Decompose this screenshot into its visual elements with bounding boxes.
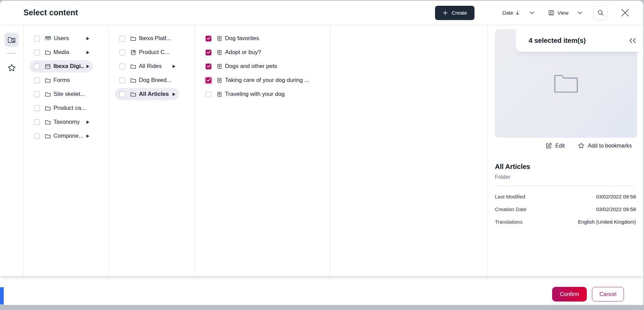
search-icon <box>597 10 604 16</box>
item-label: Dog favorites <box>225 35 259 42</box>
item-checkbox[interactable] <box>34 119 40 125</box>
bookmarks-tab-button[interactable] <box>4 61 19 75</box>
item-checkbox[interactable] <box>34 91 40 97</box>
item-checkbox-checked[interactable] <box>206 36 211 41</box>
tree-item[interactable]: Forms <box>30 74 93 86</box>
selection-summary: 4 selected item(s) <box>516 29 643 52</box>
tree-item[interactable]: Taking care of your dog during ... <box>201 74 323 86</box>
folder-icon <box>45 105 51 111</box>
panel-actions: Edit Add to bookmarks <box>545 142 632 149</box>
tree-item[interactable]: Compone... <box>30 130 93 142</box>
search-button[interactable] <box>593 6 608 20</box>
sort-by-date-dropdown[interactable]: Date <box>502 10 534 16</box>
columns-view-icon <box>548 10 554 16</box>
tree-item[interactable]: Users <box>30 32 93 45</box>
folder-icon <box>130 91 136 98</box>
item-checkbox[interactable] <box>119 36 125 41</box>
tree-item[interactable]: All Articles <box>115 88 179 100</box>
expand-caret-icon[interactable] <box>84 65 90 68</box>
details-panel: 4 selected item(s) Edit <box>488 25 643 276</box>
cancel-button[interactable]: Cancel <box>592 287 624 302</box>
selected-item-title: All Articles <box>495 163 530 171</box>
item-checkbox[interactable] <box>34 36 40 41</box>
item-checkbox-checked[interactable] <box>206 64 211 69</box>
star-icon <box>7 63 16 72</box>
tree-item[interactable]: Taxonomy <box>30 116 93 128</box>
close-icon[interactable] <box>620 7 630 18</box>
article-icon <box>216 35 223 42</box>
item-checkbox-checked[interactable] <box>206 50 211 55</box>
browse-tab-button[interactable] <box>4 33 19 47</box>
folder-preview-icon <box>553 73 579 94</box>
tree-item[interactable]: Dogs and other pets <box>201 60 323 72</box>
item-checkbox[interactable] <box>119 64 125 69</box>
page-title: Select content <box>23 8 78 17</box>
item-checkbox[interactable] <box>34 105 40 111</box>
expand-caret-icon[interactable] <box>84 120 90 124</box>
item-label: Product ca... <box>53 105 86 111</box>
tree-item[interactable]: All Rides <box>115 60 179 72</box>
modal-header: Select content Create Date <box>0 1 643 25</box>
item-label: Traveling with your dog <box>225 91 285 98</box>
item-label: All Rides <box>139 63 162 70</box>
screen: Select content Create Date <box>0 0 644 310</box>
tree-item[interactable]: Dog favorites <box>201 32 323 45</box>
item-checkbox-checked[interactable] <box>206 78 211 83</box>
folder-icon <box>45 133 51 139</box>
item-checkbox[interactable] <box>206 91 211 97</box>
rail-divider <box>7 53 16 54</box>
item-label: All Articles <box>139 91 169 98</box>
tree-column-1: UsersMediaIbexa Digi...FormsSite skelet.… <box>23 25 109 276</box>
item-checkbox[interactable] <box>34 64 40 69</box>
add-to-bookmarks-button[interactable]: Add to bookmarks <box>578 142 632 149</box>
meta-label: Translations <box>495 219 522 225</box>
meta-value: 03/02/2022 09:58 <box>596 206 636 212</box>
view-switcher-dropdown[interactable]: View <box>548 10 582 16</box>
tree-item[interactable]: Traveling with your dog <box>201 88 323 100</box>
item-label: Taking care of your dog during ... <box>225 77 309 84</box>
expand-caret-icon[interactable] <box>84 51 90 54</box>
meta-row-creation-date: Creation Date 03/02/2022 09:58 <box>495 203 636 216</box>
tree-item[interactable]: Ibexa Digi... <box>30 60 93 72</box>
tree-item[interactable]: Dog Breed... <box>115 74 179 86</box>
tree-item[interactable]: Ibexa Platf... <box>115 32 179 45</box>
meta-label: Last Modified <box>495 194 525 200</box>
expand-caret-icon[interactable] <box>170 65 176 68</box>
item-label: Site skelet... <box>53 91 85 98</box>
browse-folder-search-icon <box>7 35 16 44</box>
tree-item[interactable]: Product ca... <box>30 102 93 114</box>
expand-caret-icon[interactable] <box>170 92 176 96</box>
item-checkbox[interactable] <box>34 133 40 139</box>
collapse-panel-icon[interactable] <box>629 38 637 44</box>
modal-footer: Confirm Cancel <box>0 276 643 305</box>
item-checkbox[interactable] <box>119 50 125 55</box>
tree-column-3: Dog favoritesAdopt or buy?Dogs and other… <box>195 25 330 276</box>
chevron-down-icon <box>529 11 534 15</box>
item-checkbox[interactable] <box>119 78 125 83</box>
sort-label: Date <box>502 10 513 16</box>
create-button-label: Create <box>452 10 467 16</box>
tree-item[interactable]: Media <box>30 46 93 58</box>
tree-item[interactable]: Site skelet... <box>30 88 93 100</box>
tree-column-4 <box>330 25 488 276</box>
expand-caret-icon[interactable] <box>84 134 90 138</box>
tree-item[interactable]: Product C... <box>115 46 179 58</box>
left-rail <box>0 25 23 276</box>
folder-icon <box>45 77 51 84</box>
item-checkbox[interactable] <box>34 78 40 83</box>
item-checkbox[interactable] <box>119 91 125 97</box>
item-label: Adopt or buy? <box>225 49 261 56</box>
item-label: Compone... <box>53 133 83 139</box>
item-label: Taxonomy <box>53 119 80 125</box>
star-icon <box>578 142 585 149</box>
meta-value: 03/02/2022 09:58 <box>596 194 636 200</box>
item-checkbox[interactable] <box>34 50 40 55</box>
folder-icon <box>130 35 136 42</box>
catalog-icon <box>130 49 136 56</box>
tree-item[interactable]: Adopt or buy? <box>201 46 323 58</box>
create-button[interactable]: Create <box>435 6 474 20</box>
tree-column-2: Ibexa Platf...Product C...All RidesDog B… <box>109 25 195 276</box>
edit-button[interactable]: Edit <box>545 142 565 149</box>
expand-caret-icon[interactable] <box>84 37 90 40</box>
confirm-button[interactable]: Confirm <box>552 287 587 302</box>
